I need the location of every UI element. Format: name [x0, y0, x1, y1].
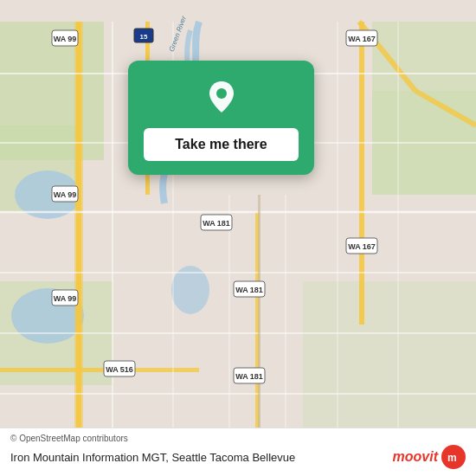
- svg-text:15: 15: [140, 33, 148, 41]
- svg-rect-30: [258, 195, 261, 454]
- svg-rect-16: [0, 368, 199, 372]
- bottom-bar: © OpenStreetMap contributors Iron Mounta…: [0, 428, 476, 476]
- map-container: WA 99 15 WA 99 WA 99 15 WA 167 WA 167 WA…: [0, 0, 476, 476]
- svg-text:m: m: [447, 452, 457, 464]
- location-pin: [201, 76, 242, 118]
- svg-text:WA 99: WA 99: [54, 190, 77, 199]
- svg-text:WA 181: WA 181: [203, 219, 230, 228]
- svg-point-55: [216, 88, 227, 99]
- svg-text:WA 99: WA 99: [54, 294, 77, 303]
- location-name: Iron Mountain Information MGT, Seattle T…: [10, 451, 295, 464]
- svg-rect-11: [74, 22, 83, 454]
- moovit-logo-text: moovit: [393, 449, 438, 465]
- take-me-there-button[interactable]: Take me there: [144, 128, 299, 161]
- svg-text:WA 181: WA 181: [235, 372, 263, 381]
- svg-text:WA 167: WA 167: [348, 35, 376, 43]
- svg-text:WA 516: WA 516: [106, 365, 133, 374]
- svg-text:WA 167: WA 167: [348, 242, 376, 251]
- moovit-icon: m: [441, 445, 466, 469]
- svg-text:WA 99: WA 99: [54, 35, 77, 43]
- copyright-text: © OpenStreetMap contributors: [10, 434, 466, 443]
- moovit-logo: moovit m: [393, 445, 466, 469]
- svg-text:WA 181: WA 181: [235, 286, 263, 294]
- popup-overlay: Take me there: [128, 61, 314, 175]
- svg-rect-13: [359, 22, 364, 325]
